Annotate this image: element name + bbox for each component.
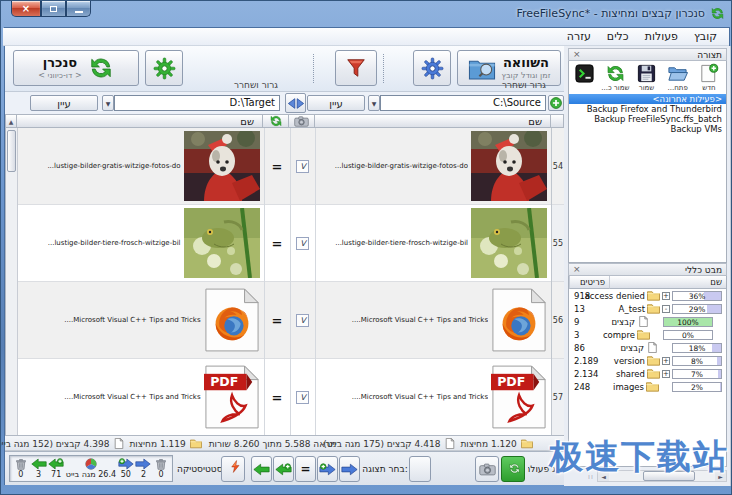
view-filter-arrow-left-green[interactable] <box>251 456 272 482</box>
action-column-header[interactable] <box>289 114 315 128</box>
swap-sides-button[interactable] <box>285 93 306 113</box>
overview-tree-row[interactable]: 36%+access denied918 <box>569 289 726 302</box>
overview-panel-header: מבט כללי × <box>568 263 727 276</box>
stat-value: 0 <box>18 471 23 479</box>
node-name: קבצים <box>620 343 644 353</box>
sync-action-toggle[interactable]: V <box>296 160 309 173</box>
config-list-item[interactable]: <פעילות אחרונה> <box>569 94 726 104</box>
right-name-column-header[interactable]: שם <box>315 114 551 128</box>
left-file-row[interactable]: ...lustige-bilder-gratis-witzige-fotos-d… <box>18 128 264 205</box>
overview-tree-row[interactable]: 0%compre3 <box>569 328 726 341</box>
sync-action-toggle[interactable]: V <box>296 237 309 250</box>
synchronize-button[interactable]: סנכרן < דו-כיווני > <box>13 50 139 86</box>
config-save-as-button[interactable]: שמור כ... <box>600 63 630 92</box>
overview-tree-row[interactable]: 29%-A_test13 <box>569 302 726 315</box>
overview-name-header[interactable]: שם <box>609 276 726 289</box>
thumbnail-frog <box>184 208 260 278</box>
minimize-button[interactable] <box>66 1 91 17</box>
sync-action-toggle[interactable]: V <box>296 391 309 404</box>
percentage-bar: 8% <box>672 356 722 366</box>
view-preset-button[interactable] <box>409 456 431 482</box>
left-file-row[interactable]: ....Microsoft Visual C++ Tips and Tricks… <box>18 359 264 435</box>
add-folder-pair-button[interactable] <box>548 95 564 111</box>
config-list-item[interactable]: Backup VMs <box>569 124 726 134</box>
view-filter-arrow-left-green-plus[interactable] <box>273 456 294 482</box>
overview-column-headers: שם פריטים <box>569 276 726 289</box>
close-icon[interactable]: × <box>573 265 581 274</box>
config-new-button[interactable]: חדש <box>694 63 724 92</box>
view-filter-arrow-right-blue-plus[interactable] <box>317 456 338 482</box>
config-open-button[interactable]: פתח... <box>663 63 693 92</box>
overview-tree-row[interactable]: 7%+shared2.134 <box>569 367 726 380</box>
overview-tree-row[interactable]: 2%images248 <box>569 380 726 393</box>
config-list-item[interactable]: Backup Firefox and Thunderbird <box>569 104 726 114</box>
caption-buttons: × <box>11 1 91 17</box>
expander-toggle[interactable]: + <box>662 357 670 365</box>
menu-item-0[interactable]: קובץ <box>686 28 725 45</box>
menu-item-3[interactable]: עזרה <box>559 28 599 45</box>
vertical-scrollbar[interactable] <box>6 128 18 435</box>
window-title: FreeFileSync* - סנכרון קבצים ומחיצות <box>516 7 705 20</box>
left-file-row[interactable]: ....Microsoft Visual C++ Tips and Tricks <box>18 282 264 359</box>
filter-button[interactable] <box>335 50 377 86</box>
percentage-value: 7% <box>673 370 721 378</box>
stat-arrow-left-green: 3 <box>31 458 47 479</box>
view-filter-equal[interactable]: = <box>295 456 316 482</box>
post-sync-action-button[interactable] <box>221 456 245 482</box>
expander-toggle[interactable]: + <box>662 370 670 378</box>
right-file-row[interactable]: ....Microsoft Visual C++ Tips and Tricks <box>316 282 551 359</box>
sync-arrows-icon <box>88 55 114 81</box>
config-batch-button[interactable] <box>569 63 599 92</box>
overview-items-header[interactable]: פריטים <box>569 276 609 289</box>
left-file-row[interactable]: ...lustige-bilder-tiere-frosch-witzige-b… <box>18 205 264 282</box>
compare-folder-icon <box>468 57 496 80</box>
right-grid-status: 1.120 מחיצות 4.418 קבצים (175 מגה בייט) <box>340 436 516 451</box>
config-save-button[interactable]: שמור <box>631 63 661 92</box>
sync-action-view-button[interactable] <box>501 456 525 482</box>
folder-icon <box>521 438 533 449</box>
file-icon <box>646 342 659 353</box>
right-file-row[interactable]: ...lustige-bilder-gratis-witzige-fotos-d… <box>316 128 551 205</box>
overview-tree-row[interactable]: 100%קבצים9 <box>569 315 726 328</box>
action-cell: V <box>291 282 316 359</box>
right-path-history-dropdown[interactable]: ▼ <box>368 95 380 111</box>
app-logo-icon <box>710 6 725 21</box>
maximize-button[interactable] <box>41 1 66 17</box>
view-filter-arrow-right-blue[interactable] <box>339 456 360 482</box>
expander-toggle[interactable]: + <box>662 292 670 300</box>
row-number: 57 <box>552 359 564 435</box>
browse-left-button[interactable]: עיין <box>30 95 98 111</box>
right-file-row[interactable]: ....Microsoft Visual C++ Tips and Tricks… <box>316 359 551 435</box>
category-view-button[interactable] <box>475 456 499 482</box>
right-file-row[interactable]: ...lustige-bilder-tiere-frosch-witzige-b… <box>316 205 551 282</box>
percentage-bar: 0% <box>663 330 713 340</box>
sync-settings-button[interactable] <box>145 50 183 86</box>
compare-settings-button[interactable] <box>413 50 451 86</box>
file-icon <box>444 438 456 449</box>
file-name: ...lustige-bilder-tiere-frosch-witzige-b… <box>48 239 181 247</box>
config-list-item[interactable]: Backup FreeFileSync.ffs_batch <box>569 114 726 124</box>
node-name: קבצים <box>611 317 635 327</box>
stat-bin-grey: 0 <box>153 458 169 479</box>
scrollbar-thumb[interactable] <box>7 130 16 172</box>
side-panel: תצורה × חדשפתח...שמורשמור כ... <פעילות א… <box>564 46 731 486</box>
browse-right-button[interactable]: עיין <box>307 95 365 111</box>
expander-toggle[interactable]: - <box>662 305 670 313</box>
overview-tree-row[interactable]: 18%קבצים86 <box>569 341 726 354</box>
scroll-up-button[interactable]: ▲ <box>5 114 17 128</box>
menu-item-2[interactable]: כלים <box>599 28 637 45</box>
left-path-history-dropdown[interactable]: ▼ <box>102 95 114 111</box>
file-grids: ...lustige-bilder-gratis-witzige-fotos-d… <box>5 128 564 435</box>
title-bar[interactable]: × FreeFileSync* - סנכרון קבצים ומחיצות <box>1 1 732 27</box>
category-column-header[interactable] <box>263 114 289 128</box>
left-path-field[interactable]: D:\Target <box>114 95 280 111</box>
menu-item-1[interactable]: פעולות <box>637 28 686 45</box>
close-button[interactable]: × <box>11 1 41 17</box>
overview-tree-row[interactable]: 8%+version2.189 <box>569 354 726 367</box>
stat-value: 26.4 מגה בייט <box>66 471 116 479</box>
percentage-value: 36% <box>673 292 721 300</box>
close-icon[interactable]: × <box>573 50 581 59</box>
left-name-column-header[interactable]: שם <box>17 114 263 128</box>
right-path-field[interactable]: C:\Source <box>380 95 546 111</box>
sync-action-toggle[interactable]: V <box>296 314 309 327</box>
